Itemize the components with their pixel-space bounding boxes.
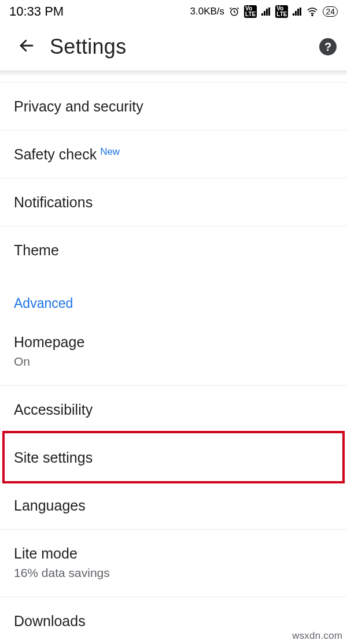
help-button[interactable]: ? <box>319 38 337 55</box>
app-bar: Settings ? <box>0 23 347 70</box>
status-bar: 10:33 PM 3.0KB/s VoLTE VoLTE 24 <box>0 0 347 23</box>
status-net-speed: 3.0KB/s <box>190 6 225 17</box>
section-advanced: Advanced <box>0 274 347 318</box>
volte-icon-2: VoLTE <box>275 5 288 18</box>
svg-point-1 <box>312 14 313 16</box>
item-label: Privacy and security <box>14 98 333 115</box>
help-icon: ? <box>324 40 331 54</box>
item-site-settings[interactable]: Site settings <box>0 433 347 481</box>
settings-list: Privacy and security Safety check New No… <box>0 82 347 644</box>
item-notifications[interactable]: Notifications <box>0 178 347 226</box>
item-label: Accessibility <box>14 401 333 418</box>
status-right: 3.0KB/s VoLTE VoLTE 24 <box>190 5 338 18</box>
item-sub: On <box>14 353 333 370</box>
item-homepage[interactable]: Homepage On <box>0 318 347 385</box>
item-theme[interactable]: Theme <box>0 226 347 274</box>
appbar-shadow <box>0 70 347 76</box>
item-languages[interactable]: Languages <box>0 481 347 529</box>
item-label: Theme <box>14 241 333 259</box>
wifi-icon <box>307 7 318 16</box>
item-lite-mode[interactable]: Lite mode 16% data savings <box>0 529 347 597</box>
volte-icon-1: VoLTE <box>244 5 257 18</box>
item-sub: 16% data savings <box>14 564 333 582</box>
item-label: Lite mode <box>14 545 333 562</box>
item-label: Notifications <box>14 193 333 211</box>
battery-icon: 24 <box>323 6 338 17</box>
item-label: Homepage <box>14 333 333 351</box>
new-badge: New <box>100 143 120 161</box>
signal-icon-2 <box>293 8 302 16</box>
item-label: Site settings <box>14 449 333 466</box>
item-label: Safety check <box>14 146 97 163</box>
item-label: Languages <box>14 497 333 514</box>
signal-icon-1 <box>261 8 271 16</box>
item-accessibility[interactable]: Accessibility <box>0 385 347 433</box>
item-label: Downloads <box>14 612 333 630</box>
alarm-icon <box>229 6 239 17</box>
status-time: 10:33 PM <box>9 4 64 19</box>
arrow-left-icon <box>18 37 35 57</box>
watermark: wsxdn.com <box>292 630 342 642</box>
item-safety-check[interactable]: Safety check New <box>0 130 347 178</box>
item-privacy-security[interactable]: Privacy and security <box>0 82 347 130</box>
page-title: Settings <box>50 35 319 59</box>
back-button[interactable] <box>14 34 39 59</box>
